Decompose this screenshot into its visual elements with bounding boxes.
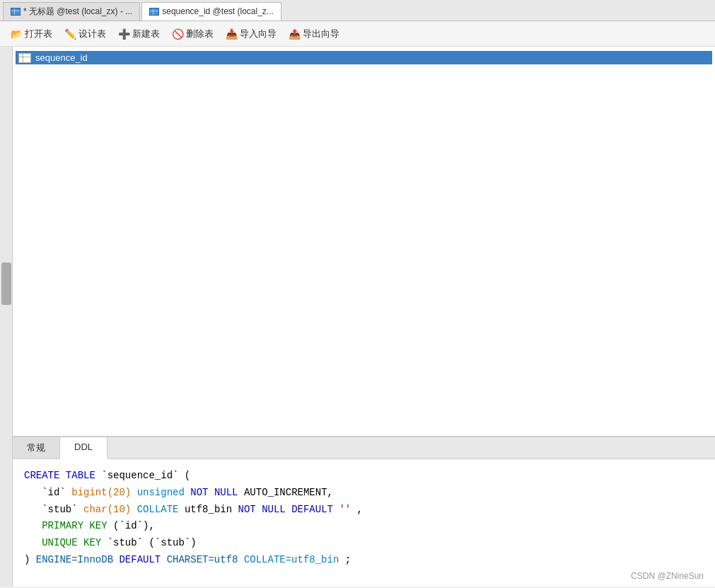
keyword-create: CREATE [24, 470, 59, 481]
keyword-default: DEFAULT [291, 504, 333, 515]
left-scrollbar[interactable] [0, 47, 13, 587]
import-icon: 📥 [225, 28, 238, 40]
import-wizard-button[interactable]: 📥 导入向导 [221, 26, 281, 42]
ddl-line-6: ) ENGINE=InnoDB DEFAULT CHARSET=utf8 COL… [24, 552, 704, 569]
new-table-label: 新建表 [132, 28, 160, 40]
table-item-label: sequence_id [35, 52, 88, 63]
keyword-table: TABLE [66, 470, 95, 481]
title-tabs-row: * 无标题 @test (local_zx) - ... sequence_id… [0, 0, 715, 21]
keyword-primary: PRIMARY KEY [42, 520, 107, 531]
delete-table-label: 删除表 [186, 28, 214, 40]
content-area: sequence_id 常规 DDL CREATE TABLE `seque [13, 47, 715, 587]
keyword-charset: CHARSET=utf8 [167, 554, 238, 565]
ddl-line-3: `stub` char(10) COLLATE utf8_bin NOT NUL… [24, 502, 704, 519]
ddl-line-5: UNIQUE KEY `stub` (`stub`) [24, 535, 704, 552]
keyword-unique: UNIQUE KEY [42, 537, 101, 548]
ddl-line-1: CREATE TABLE `sequence_id` ( [24, 468, 704, 485]
keyword-default2: DEFAULT [119, 554, 161, 565]
bottom-panel: 常规 DDL CREATE TABLE `sequence_id` ( ` [13, 436, 715, 587]
tab-general-label: 常规 [27, 442, 45, 453]
scroll-handle[interactable] [1, 263, 11, 305]
new-icon: ➕ [117, 28, 130, 40]
design-table-label: 设计表 [79, 28, 106, 40]
bottom-tabs: 常规 DDL [13, 437, 715, 459]
tab-sequence-id-label: sequence_id @test (local_z... [162, 6, 274, 16]
open-icon: 📂 [10, 28, 23, 40]
tab-general[interactable]: 常规 [13, 437, 60, 459]
table-item-sequence-id[interactable]: sequence_id [16, 51, 712, 64]
toolbar: 📂 打开表 ✏️ 设计表 ➕ 新建表 🚫 删除表 📥 导入向导 📤 导出向导 [0, 21, 715, 47]
ddl-line-2: `id` bigint(20) unsigned NOT NULL AUTO_I… [24, 485, 704, 502]
keyword-not2: NOT [238, 504, 256, 515]
ddl-line-4: PRIMARY KEY (`id`), [24, 518, 704, 535]
keyword-unsigned: unsigned [137, 487, 185, 498]
open-table-button[interactable]: 📂 打开表 [6, 26, 57, 42]
type-bigint: bigint(20) [71, 487, 131, 498]
export-wizard-label: 导出向导 [303, 28, 339, 40]
design-icon: ✏️ [64, 28, 76, 40]
watermark: CSDN @ZNineSun [631, 571, 704, 581]
tab-ddl[interactable]: DDL [60, 437, 107, 459]
tab-sequence-id-icon [149, 8, 159, 16]
delete-icon: 🚫 [171, 28, 184, 40]
open-table-label: 打开表 [25, 28, 52, 40]
keyword-engine: ENGINE=InnoDB [36, 554, 113, 565]
tab-sequence-id[interactable]: sequence_id @test (local_z... [141, 2, 281, 21]
keyword-collate2: COLLATE=utf8_bin [244, 554, 339, 565]
delete-table-button[interactable]: 🚫 删除表 [167, 26, 218, 42]
table-list-area: sequence_id [13, 47, 715, 436]
export-icon: 📤 [288, 28, 301, 40]
table-icon [18, 53, 31, 63]
ddl-content: CREATE TABLE `sequence_id` ( `id` bigint… [13, 459, 715, 587]
tab-untitled[interactable]: * 无标题 @test (local_zx) - ... [3, 2, 140, 21]
import-wizard-label: 导入向导 [240, 28, 277, 40]
design-table-button[interactable]: ✏️ 设计表 [59, 26, 110, 42]
keyword-collate: COLLATE [137, 504, 179, 515]
tab-ddl-label: DDL [74, 442, 93, 452]
keyword-null: NULL [214, 487, 238, 498]
keyword-null2: NULL [262, 504, 286, 515]
export-wizard-button[interactable]: 📤 导出向导 [284, 26, 344, 42]
keyword-not: NOT [190, 487, 208, 498]
new-table-button[interactable]: ➕ 新建表 [113, 26, 164, 42]
main-container: sequence_id 常规 DDL CREATE TABLE `seque [0, 47, 715, 587]
string-empty: '' [339, 504, 351, 515]
tab-untitled-icon [11, 8, 21, 16]
type-char: char(10) [83, 504, 131, 515]
tab-untitled-label: * 无标题 @test (local_zx) - ... [23, 6, 132, 18]
